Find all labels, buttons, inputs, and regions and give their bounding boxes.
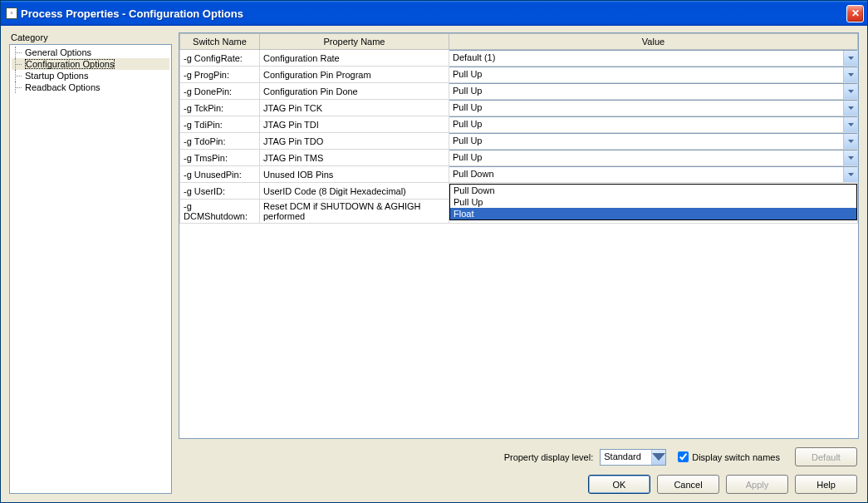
value-combo[interactable]: Pull Up bbox=[449, 133, 858, 150]
col-header-switch[interactable]: Switch Name bbox=[180, 34, 260, 50]
display-level-combo[interactable]: Standard bbox=[600, 449, 666, 466]
value-combo[interactable]: Pull Up bbox=[449, 150, 858, 166]
switch-cell: -g TdoPin: bbox=[180, 133, 260, 150]
chevron-down-icon[interactable] bbox=[843, 101, 857, 116]
value-combo[interactable]: Pull Up bbox=[449, 67, 858, 83]
value-combo[interactable]: Pull Up bbox=[449, 100, 858, 116]
show-switch-label[interactable]: Display switch names bbox=[692, 452, 780, 462]
table-row: -g TdiPin:JTAG Pin TDIPull Up bbox=[180, 116, 858, 133]
category-item-label: General Options bbox=[25, 47, 91, 57]
show-switch-checkbox-wrap: Display switch names bbox=[678, 451, 782, 462]
chevron-down-icon[interactable] bbox=[843, 134, 857, 149]
chevron-down-icon[interactable] bbox=[843, 167, 857, 182]
prop-cell: Unused IOB Pins bbox=[260, 166, 449, 183]
value-combo-text: Pull Up bbox=[449, 134, 843, 149]
switch-cell: -g ProgPin: bbox=[180, 67, 260, 83]
value-cell[interactable]: Pull Down bbox=[449, 166, 858, 183]
category-item-label: Readback Options bbox=[25, 82, 101, 92]
value-cell[interactable]: Pull Up bbox=[449, 83, 858, 100]
ok-button[interactable]: OK bbox=[588, 475, 650, 494]
value-combo-text: Pull Up bbox=[449, 117, 843, 132]
category-item-label: Configuration Options bbox=[25, 59, 115, 69]
switch-cell: -g DCMShutdown: bbox=[180, 200, 260, 224]
category-label: Category bbox=[9, 32, 172, 42]
value-combo-text: Pull Up bbox=[449, 67, 843, 82]
table-row: -g ProgPin:Configuration Pin ProgramPull… bbox=[180, 67, 858, 83]
switch-cell: -g TckPin: bbox=[180, 100, 260, 116]
switch-cell: -g TmsPin: bbox=[180, 150, 260, 166]
chevron-down-icon[interactable] bbox=[843, 51, 857, 66]
category-item-label: Startup Options bbox=[25, 71, 88, 81]
category-item[interactable]: Startup Options bbox=[12, 70, 169, 81]
value-combo[interactable]: Pull Up bbox=[449, 116, 858, 133]
default-button[interactable]: Default bbox=[795, 447, 857, 466]
prop-cell: Reset DCM if SHUTDOWN & AGHIGH performed bbox=[260, 200, 449, 224]
dialog-window: ▫ Process Properties - Configuration Opt… bbox=[0, 0, 868, 503]
help-button[interactable]: Help bbox=[795, 475, 857, 494]
prop-cell: JTAG Pin TDI bbox=[260, 116, 449, 133]
prop-cell: JTAG Pin TCK bbox=[260, 100, 449, 116]
window-title: Process Properties - Configuration Optio… bbox=[21, 7, 846, 20]
upper-area: Category General OptionsConfiguration Op… bbox=[9, 32, 859, 494]
dropdown-option[interactable]: Float bbox=[450, 208, 856, 219]
prop-cell: Configuration Rate bbox=[260, 50, 449, 67]
switch-cell: -g TdiPin: bbox=[180, 116, 260, 133]
switch-cell: -g UserID: bbox=[180, 183, 260, 200]
category-panel: Category General OptionsConfiguration Op… bbox=[9, 32, 172, 494]
switch-cell: -g ConfigRate: bbox=[180, 50, 260, 67]
category-item[interactable]: Configuration Options bbox=[12, 58, 169, 70]
switch-cell: -g UnusedPin: bbox=[180, 166, 260, 183]
chevron-down-icon[interactable] bbox=[843, 117, 857, 132]
close-button[interactable]: ✕ bbox=[846, 5, 864, 22]
table-row: -g DonePin:Configuration Pin DonePull Up bbox=[180, 83, 858, 100]
value-combo[interactable]: Pull Up bbox=[449, 83, 858, 100]
display-level-label: Property display level: bbox=[504, 452, 594, 462]
value-combo-text: Pull Up bbox=[449, 101, 843, 116]
prop-cell: Configuration Pin Done bbox=[260, 83, 449, 100]
titlebar: ▫ Process Properties - Configuration Opt… bbox=[1, 1, 867, 26]
col-header-prop[interactable]: Property Name bbox=[260, 34, 449, 50]
prop-cell: Configuration Pin Program bbox=[260, 67, 449, 83]
table-row: -g ConfigRate:Configuration RateDefault … bbox=[180, 50, 858, 67]
app-icon: ▫ bbox=[6, 7, 17, 19]
value-combo[interactable]: Pull Down bbox=[449, 166, 858, 183]
display-level-value: Standard bbox=[601, 450, 651, 465]
chevron-down-icon[interactable] bbox=[843, 67, 857, 82]
chevron-down-icon[interactable] bbox=[651, 450, 665, 465]
value-dropdown[interactable]: Pull DownPull UpFloat bbox=[449, 184, 857, 220]
show-switch-checkbox[interactable] bbox=[678, 451, 689, 462]
category-item[interactable]: General Options bbox=[12, 47, 169, 58]
value-cell[interactable]: Pull Up bbox=[449, 133, 858, 150]
chevron-down-icon[interactable] bbox=[843, 84, 857, 99]
switch-cell: -g DonePin: bbox=[180, 83, 260, 100]
value-cell[interactable]: Pull Up bbox=[449, 100, 858, 116]
col-header-value[interactable]: Value bbox=[449, 34, 858, 50]
main-panel: Switch Name Property Name Value -g Confi… bbox=[179, 32, 859, 494]
prop-cell: UserID Code (8 Digit Hexadecimal) bbox=[260, 183, 449, 200]
cancel-button[interactable]: Cancel bbox=[657, 475, 719, 494]
category-item[interactable]: Readback Options bbox=[12, 81, 169, 93]
button-row: OK Cancel Apply Help bbox=[179, 470, 859, 494]
table-row: -g TdoPin:JTAG Pin TDOPull Up bbox=[180, 133, 858, 150]
value-cell[interactable]: Pull Up bbox=[449, 150, 858, 166]
dropdown-option[interactable]: Pull Down bbox=[450, 185, 856, 196]
prop-cell: JTAG Pin TDO bbox=[260, 133, 449, 150]
apply-button[interactable]: Apply bbox=[726, 475, 788, 494]
table-row: -g TmsPin:JTAG Pin TMSPull Up bbox=[180, 150, 858, 166]
prop-cell: JTAG Pin TMS bbox=[260, 150, 449, 166]
value-combo-text: Pull Down bbox=[449, 167, 843, 182]
category-tree[interactable]: General OptionsConfiguration OptionsStar… bbox=[9, 44, 172, 494]
value-combo-text: Pull Up bbox=[449, 150, 843, 165]
value-combo[interactable]: Default (1) bbox=[449, 50, 858, 67]
property-grid: Switch Name Property Name Value -g Confi… bbox=[179, 32, 859, 439]
chevron-down-icon[interactable] bbox=[843, 150, 857, 165]
value-combo-text: Pull Up bbox=[449, 84, 843, 99]
table-row: -g UnusedPin:Unused IOB PinsPull Down bbox=[180, 166, 858, 183]
client-area: Category General OptionsConfiguration Op… bbox=[1, 26, 867, 502]
value-cell[interactable]: Pull Up bbox=[449, 67, 858, 83]
value-cell[interactable]: Pull Up bbox=[449, 116, 858, 133]
below-grid-bar: Property display level: Standard Display… bbox=[179, 439, 859, 470]
value-cell[interactable]: Default (1) bbox=[449, 50, 858, 67]
value-combo-text: Default (1) bbox=[449, 51, 843, 66]
dropdown-option[interactable]: Pull Up bbox=[450, 196, 856, 208]
